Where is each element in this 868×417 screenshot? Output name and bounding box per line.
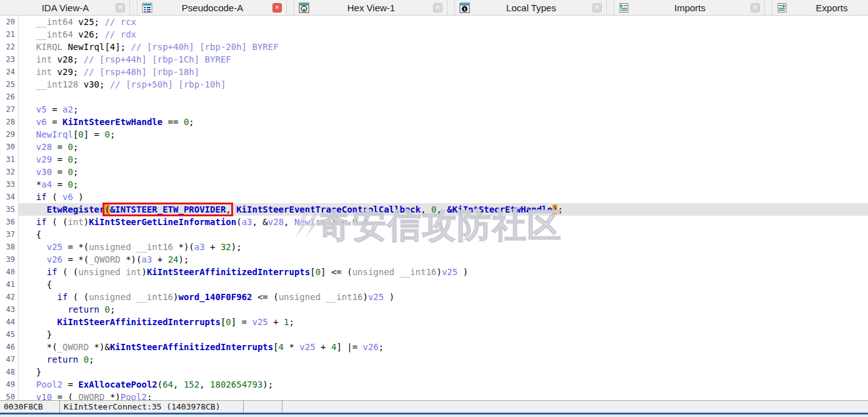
tab-label: Exports (787, 3, 868, 13)
tab-hex-view-1[interactable]: Hex View-1✕ (294, 0, 447, 15)
tab-icon-placeholder (4, 3, 15, 13)
code-line[interactable]: 45 } (0, 328, 868, 341)
bottom-strip (0, 414, 868, 417)
code-line[interactable]: 41 { (0, 278, 868, 291)
code-line[interactable]: 48 } (0, 366, 868, 378)
code-line[interactable]: 24 int v29; // [rsp+48h] [rbp-18h] (0, 66, 868, 78)
line-number: 36 (0, 216, 19, 228)
code-text[interactable]: int v29; // [rsp+48h] [rbp-18h] (19, 66, 868, 78)
code-text[interactable]: __int128 v30; // [rsp+50h] [rbp-10h] (19, 78, 868, 91)
code-text[interactable]: } (19, 328, 868, 341)
code-line[interactable]: 47 return 0; (0, 353, 868, 366)
code-line[interactable]: 26 (0, 91, 868, 103)
code-line[interactable]: 37 { (0, 228, 868, 241)
line-number: 20 (0, 16, 19, 28)
code-text[interactable]: KiIntSteerAffinitizedInterrupts[0] = v25… (19, 316, 868, 328)
line-number: 22 (0, 41, 19, 53)
code-text[interactable]: v25 = *(unsigned __int16 *)(a3 + 32); (19, 241, 868, 253)
annotation-redbox: (&INTSTEER_ETW_PROVIDER, (104, 204, 231, 214)
line-number: 44 (0, 316, 19, 328)
code-line[interactable]: 27 v5 = a2; (0, 103, 868, 116)
code-line[interactable]: 32 v30 = 0; (0, 166, 868, 178)
tab-label: Pseudocode-A (152, 3, 272, 13)
localtypes-icon: t (459, 3, 470, 13)
imports-icon (619, 3, 629, 13)
code-line[interactable]: 23 int v28; // [rsp+44h] [rbp-1Ch] BYREF (0, 53, 868, 66)
code-text[interactable]: v10 = (_QWORD *)Pool2; (19, 391, 868, 400)
line-number: 47 (0, 353, 19, 366)
code-line[interactable]: 30 v28 = 0; (0, 141, 868, 153)
status-cell-2 (244, 401, 282, 413)
line-number: 26 (0, 91, 19, 103)
code-line[interactable]: 20 __int64 v25; // rcx (0, 16, 868, 28)
code-text-current-line[interactable]: EtwRegister(&INTSTEER_ETW_PROVIDER, KiIn… (19, 203, 868, 216)
code-line[interactable]: 43 return 0; (0, 303, 868, 316)
line-number: 45 (0, 328, 19, 341)
code-line[interactable]: 49 Pool2 = ExAllocatePool2(64, 152, 1802… (0, 378, 868, 391)
pseudocode-view[interactable]: 奇安信攻防社区 20 __int64 v25; // rcx21 __int64… (0, 16, 868, 400)
code-text[interactable]: v28 = 0; (19, 141, 868, 153)
line-number: 43 (0, 303, 19, 316)
code-line[interactable]: 38 v25 = *(unsigned __int16 *)(a3 + 32); (0, 241, 868, 253)
code-text[interactable]: { (19, 278, 868, 291)
line-number: 41 (0, 278, 19, 291)
code-text[interactable]: { (19, 228, 868, 241)
code-line[interactable]: 40 if ( (unsigned int)KiIntSteerAffiniti… (0, 266, 868, 278)
tab-label: Local Types (470, 3, 592, 13)
code-text[interactable]: v26 = *(_QWORD *)(a3 + 24); (19, 253, 868, 266)
line-number: 28 (0, 116, 19, 128)
tab-ida-view-a[interactable]: IDA View-A✕ (0, 0, 130, 15)
code-line[interactable]: 31 v29 = 0; (0, 153, 868, 166)
tab-local-types[interactable]: tLocal Types✕ (454, 0, 607, 15)
code-text[interactable]: *(_QWORD *)&KiIntSteerAffinitizedInterru… (19, 341, 868, 353)
code-line[interactable]: 35 EtwRegister(&INTSTEER_ETW_PROVIDER, K… (0, 203, 868, 216)
close-icon[interactable]: ✕ (592, 3, 602, 13)
code-text[interactable]: KIRQL NewIrql[4]; // [rsp+40h] [rbp-20h]… (19, 41, 868, 53)
code-line[interactable]: 28 v6 = KiIntSteerEtwHandle == 0; (0, 116, 868, 128)
code-text[interactable]: __int64 v26; // rdx (19, 28, 868, 41)
code-text[interactable]: if ( (unsigned int)KiIntSteerAffinitized… (19, 266, 868, 278)
close-icon[interactable]: ✕ (751, 3, 760, 13)
code-line[interactable]: 29 NewIrql[0] = 0; (0, 128, 868, 141)
code-text[interactable]: Pool2 = ExAllocatePool2(64, 152, 1802654… (19, 378, 868, 391)
close-icon[interactable]: ✕ (272, 3, 282, 13)
code-text[interactable]: v30 = 0; (19, 166, 868, 178)
code-text[interactable]: } (19, 366, 868, 378)
close-icon[interactable]: ✕ (433, 3, 442, 13)
code-line[interactable]: 39 v26 = *(_QWORD *)(a3 + 24); (0, 253, 868, 266)
status-cell-0: 0030F8CB (0, 401, 60, 413)
code-line[interactable]: 25 __int128 v30; // [rsp+50h] [rbp-10h] (0, 78, 868, 91)
code-text[interactable]: __int64 v25; // rcx (19, 16, 868, 28)
tab-exports[interactable]: Exports✕ (772, 0, 868, 15)
close-icon[interactable]: ✕ (116, 3, 125, 13)
code-text[interactable]: if ( (int)KiIntSteerGetLineInformation(a… (19, 216, 868, 228)
code-text[interactable]: NewIrql[0] = 0; (19, 128, 868, 141)
code-text[interactable]: v6 = KiIntSteerEtwHandle == 0; (19, 116, 868, 128)
code-text[interactable]: v5 = a2; (19, 103, 868, 116)
code-line[interactable]: 36 if ( (int)KiIntSteerGetLineInformatio… (0, 216, 868, 228)
code-text[interactable] (19, 91, 868, 103)
line-number: 42 (0, 291, 19, 303)
code-text[interactable]: v29 = 0; (19, 153, 868, 166)
line-number: 48 (0, 366, 19, 378)
svg-text:t: t (464, 6, 466, 12)
code-text[interactable]: return 0; (19, 303, 868, 316)
code-line[interactable]: 33 *a4 = 0; (0, 178, 868, 191)
tab-label: IDA View-A (15, 3, 116, 13)
tab-imports[interactable]: Imports✕ (614, 0, 765, 15)
code-text[interactable]: *a4 = 0; (19, 178, 868, 191)
tab-pseudocode-a[interactable]: Pseudocode-A✕ (137, 0, 287, 15)
code-line[interactable]: 42 if ( (unsigned __int16)word_140F0F962… (0, 291, 868, 303)
code-line[interactable]: 22 KIRQL NewIrql[4]; // [rsp+40h] [rbp-2… (0, 41, 868, 53)
code-line[interactable]: 34 if ( v6 ) (0, 191, 868, 203)
code-line[interactable]: 46 *(_QWORD *)&KiIntSteerAffinitizedInte… (0, 341, 868, 353)
code-line[interactable]: 50 v10 = (_QWORD *)Pool2; (0, 391, 868, 400)
code-text[interactable]: return 0; (19, 353, 868, 366)
code-line[interactable]: 21 __int64 v26; // rdx (0, 28, 868, 41)
line-number: 30 (0, 141, 19, 153)
code-text[interactable]: if ( v6 ) (19, 191, 868, 203)
line-number: 29 (0, 128, 19, 141)
code-text[interactable]: int v28; // [rsp+44h] [rbp-1Ch] BYREF (19, 53, 868, 66)
code-text[interactable]: if ( (unsigned __int16)word_140F0F962 <=… (19, 291, 868, 303)
code-line[interactable]: 44 KiIntSteerAffinitizedInterrupts[0] = … (0, 316, 868, 328)
